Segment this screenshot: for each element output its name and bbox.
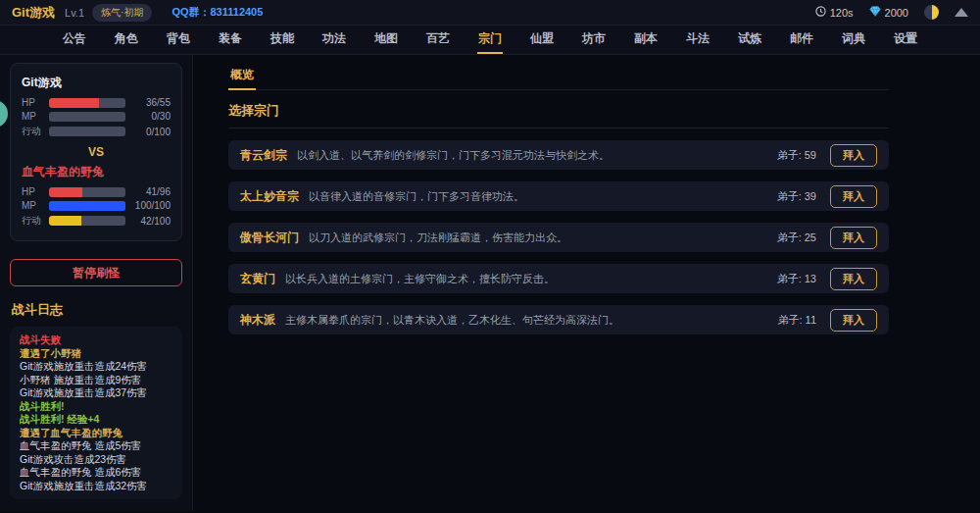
battle-status-card: Git游戏 HP 36/55 MP 0/30 行动 0/100 VS bbox=[10, 63, 182, 241]
top-bar: Git游戏 Lv.1 炼气·初期 QQ群：831112405 120s 2000 bbox=[0, 0, 980, 26]
enemy-action-row: 行动 42/100 bbox=[22, 214, 171, 228]
theme-toggle-moon-icon[interactable] bbox=[924, 5, 939, 20]
content-area: Git游戏 HP 36/55 MP 0/30 行动 0/100 VS bbox=[0, 55, 980, 511]
log-entry: 小野猪 施放重击造成9伤害 bbox=[20, 374, 172, 387]
mp-label: MP bbox=[22, 200, 49, 211]
vs-label: VS bbox=[22, 145, 171, 159]
log-entry: 遭遇了血气丰盈的野兔 bbox=[20, 427, 172, 440]
tab-fangshi[interactable]: 坊市 bbox=[581, 26, 607, 54]
tab-jineng[interactable]: 技能 bbox=[270, 26, 295, 54]
sect-disciple-count: 弟子: 25 bbox=[777, 231, 816, 245]
main-panel: 概览 选择宗门 青云剑宗 以剑入道、以气养剑的剑修宗门，门下多习混元功法与快剑之… bbox=[193, 55, 980, 511]
tab-zhuangbei[interactable]: 装备 bbox=[218, 26, 243, 54]
realm-badge: 炼气·初期 bbox=[92, 4, 152, 22]
tab-zongmen[interactable]: 宗门 bbox=[477, 26, 503, 54]
sect-card: 神木派 主修木属拳爪的宗门，以青木诀入道，乙木化生、句芒经为高深法门。 弟子: … bbox=[228, 305, 889, 334]
enemy-mp-value: 100/100 bbox=[125, 200, 171, 211]
enemy-mp-fill bbox=[49, 201, 125, 211]
battle-log-panel: 战斗失败 遭遇了小野猪 Git游戏施放重击造成24伤害 小野猪 施放重击造成9伤… bbox=[10, 327, 182, 499]
enemy-mp-bar bbox=[49, 201, 125, 211]
enemy-name: 血气丰盈的野兔 bbox=[22, 164, 171, 180]
tab-youjian[interactable]: 邮件 bbox=[789, 26, 814, 54]
log-entry: 战斗失败 bbox=[20, 333, 172, 347]
tab-baiyi[interactable]: 百艺 bbox=[425, 26, 451, 54]
tab-gonggao[interactable]: 公告 bbox=[62, 26, 87, 54]
enemy-hp-fill bbox=[49, 187, 82, 197]
timer-value: 120s bbox=[830, 7, 854, 19]
game-title: Git游戏 bbox=[12, 4, 55, 22]
hp-label: HP bbox=[22, 186, 49, 197]
tab-shezhi[interactable]: 设置 bbox=[893, 26, 918, 54]
pause-grind-button[interactable]: 暂停刷怪 bbox=[10, 259, 182, 286]
battle-log-title: 战斗日志 bbox=[12, 301, 182, 319]
tab-doufa[interactable]: 斗法 bbox=[685, 26, 710, 54]
enemy-hp-row: HP 41/96 bbox=[22, 186, 171, 197]
player-name: Git游戏 bbox=[22, 75, 171, 91]
log-entry: 战斗胜利! bbox=[20, 400, 172, 414]
log-entry: 遭遇了小野猪 bbox=[20, 347, 172, 361]
collapse-triangle-icon[interactable] bbox=[955, 8, 968, 17]
sect-description: 主修木属拳爪的宗门，以青木诀入道，乙木化生、句芒经为高深法门。 bbox=[285, 313, 777, 328]
app-window: Git游戏 Lv.1 炼气·初期 QQ群：831112405 120s 2000… bbox=[0, 0, 980, 511]
player-action-value: 0/100 bbox=[125, 127, 171, 137]
log-entry: 血气丰盈的野兔 造成5伤害 bbox=[20, 439, 172, 453]
log-entry: 战斗胜利! 经验+4 bbox=[20, 413, 172, 427]
player-mp-row: MP 0/30 bbox=[22, 111, 171, 122]
gem-count: 2000 bbox=[885, 7, 908, 19]
choose-sect-title: 选择宗门 bbox=[228, 102, 889, 128]
join-sect-button[interactable]: 拜入 bbox=[830, 227, 877, 249]
action-label: 行动 bbox=[22, 125, 49, 138]
subtab-overview[interactable]: 概览 bbox=[228, 65, 256, 90]
player-mp-bar bbox=[49, 112, 125, 122]
tab-shilian[interactable]: 试炼 bbox=[737, 26, 762, 54]
tab-xianmeng[interactable]: 仙盟 bbox=[529, 26, 555, 54]
tab-juese[interactable]: 角色 bbox=[114, 26, 139, 54]
log-entry: Git游戏施放重击造成24伤害 bbox=[20, 360, 172, 374]
player-level: Lv.1 bbox=[65, 7, 84, 19]
topbar-right-group: 120s 2000 bbox=[815, 5, 968, 20]
sect-description: 以音律入道的音修宗门，门下多习音律功法。 bbox=[309, 189, 777, 204]
sect-description: 以刀入道的武修宗门，刀法刚猛霸道，伤害能力出众。 bbox=[309, 231, 777, 245]
join-sect-button[interactable]: 拜入 bbox=[830, 268, 877, 290]
enemy-hp-bar bbox=[49, 187, 125, 197]
tab-cidian[interactable]: 词典 bbox=[841, 26, 866, 54]
sect-card: 青云剑宗 以剑入道、以气养剑的剑修宗门，门下多习混元功法与快剑之术。 弟子: 5… bbox=[228, 140, 889, 170]
sect-list: 青云剑宗 以剑入道、以气养剑的剑修宗门，门下多习混元功法与快剑之术。 弟子: 5… bbox=[228, 140, 889, 334]
sect-disciple-count: 弟子: 59 bbox=[777, 148, 816, 163]
log-entry: Git游戏攻击造成23伤害 bbox=[20, 453, 172, 467]
tab-ditu[interactable]: 地图 bbox=[373, 26, 399, 54]
sect-description: 以长兵入道的土修宗门，主修守御之术，擅长防守反击。 bbox=[285, 272, 777, 286]
enemy-action-value: 42/100 bbox=[125, 216, 171, 227]
log-entry: Git游戏施放重击造成37伤害 bbox=[20, 386, 172, 400]
player-hp-row: HP 36/55 bbox=[22, 97, 171, 108]
sect-name: 神木派 bbox=[240, 312, 275, 329]
join-sect-button[interactable]: 拜入 bbox=[830, 185, 877, 208]
gem-icon bbox=[869, 6, 881, 19]
sect-card: 傲骨长河门 以刀入道的武修宗门，刀法刚猛霸道，伤害能力出众。 弟子: 25 拜入 bbox=[228, 223, 889, 252]
enemy-action-bar bbox=[49, 216, 125, 226]
sect-disciple-count: 弟子: 39 bbox=[777, 189, 816, 204]
sect-disciple-count: 弟子: 13 bbox=[777, 272, 816, 286]
join-sect-button[interactable]: 拜入 bbox=[830, 144, 877, 167]
tab-gongfa[interactable]: 功法 bbox=[321, 26, 347, 54]
join-sect-button[interactable]: 拜入 bbox=[830, 309, 877, 332]
sect-card: 太上妙音宗 以音律入道的音修宗门，门下多习音律功法。 弟子: 39 拜入 bbox=[228, 181, 889, 211]
player-action-bar bbox=[49, 127, 125, 136]
floating-edge-widget[interactable] bbox=[0, 100, 8, 128]
timer-stat: 120s bbox=[815, 6, 854, 19]
tab-fuben[interactable]: 副本 bbox=[633, 26, 659, 54]
main-nav: 公告 角色 背包 装备 技能 功法 地图 百艺 宗门 仙盟 坊市 副本 斗法 试… bbox=[0, 26, 980, 55]
qq-group-link[interactable]: QQ群：831112405 bbox=[172, 5, 263, 20]
subtab-bar: 概览 bbox=[228, 65, 889, 90]
enemy-hp-value: 41/96 bbox=[125, 186, 171, 197]
tab-beibao[interactable]: 背包 bbox=[166, 26, 191, 54]
hp-label: HP bbox=[22, 97, 49, 108]
log-entry: 血气丰盈的野兔 造成6伤害 bbox=[20, 466, 172, 480]
sect-card: 玄黄门 以长兵入道的土修宗门，主修守御之术，擅长防守反击。 弟子: 13 拜入 bbox=[228, 264, 889, 293]
clock-icon bbox=[815, 6, 826, 19]
enemy-action-fill bbox=[49, 216, 81, 226]
sect-disciple-count: 弟子: 11 bbox=[777, 313, 816, 328]
player-hp-bar bbox=[49, 98, 125, 108]
battle-sidebar: Git游戏 HP 36/55 MP 0/30 行动 0/100 VS bbox=[0, 55, 193, 511]
sect-name: 太上妙音宗 bbox=[240, 188, 299, 205]
